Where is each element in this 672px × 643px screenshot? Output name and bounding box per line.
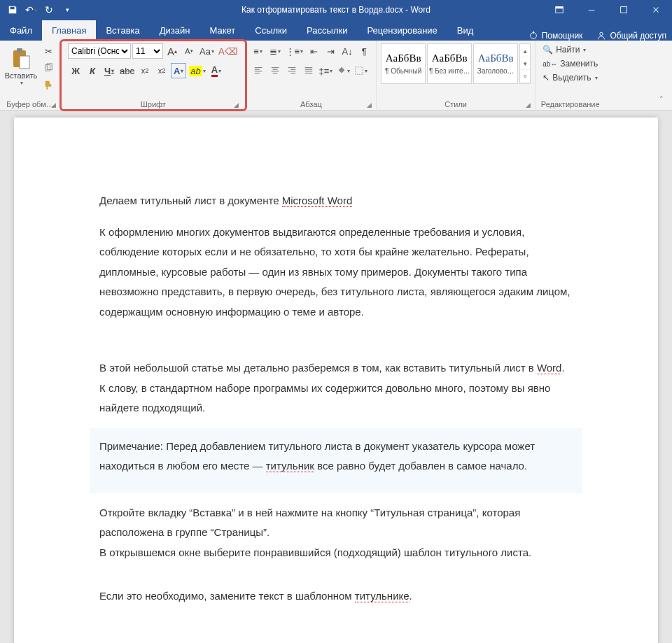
tab-home[interactable]: Главная	[42, 20, 96, 41]
svg-point-6	[600, 32, 603, 35]
grow-font-icon[interactable]: A▴	[164, 43, 180, 59]
replace-button[interactable]: ab↔Заменить	[540, 57, 601, 70]
paste-label: Вставить	[5, 71, 38, 80]
tab-mailings[interactable]: Рассылки	[297, 20, 357, 41]
doc-p5: Если это необходимо, замените текст в ша…	[99, 586, 573, 607]
title-bar: ↶▾ ↻ ▾ Как отформатировать текст в Ворде…	[0, 0, 672, 20]
justify-icon[interactable]	[301, 63, 316, 78]
text-effects-icon[interactable]: A▾	[171, 63, 186, 78]
qat-customize-icon[interactable]: ▾	[59, 1, 76, 18]
increase-indent-icon[interactable]: ⇥	[323, 43, 338, 59]
subscript-button[interactable]: x2	[137, 63, 153, 78]
font-name-select[interactable]: Calibri (Осно	[68, 43, 131, 59]
font-color-icon[interactable]: A▾	[209, 63, 224, 78]
multilevel-icon[interactable]: ⋮≡▾	[284, 43, 305, 59]
group-styles: АаБбВв¶ Обычный АаБбВв¶ Без инте… АаБбВв…	[377, 41, 536, 110]
doc-p2: В этой небольшой статье мы детально разб…	[99, 358, 573, 418]
change-case-icon[interactable]: Aa▾	[198, 43, 216, 59]
align-left-icon[interactable]	[251, 63, 266, 78]
svg-point-4	[530, 33, 536, 39]
align-center-icon[interactable]	[267, 63, 283, 78]
select-button[interactable]: ↖Выделить▾	[540, 71, 601, 84]
doc-p3: Откройте вкладку “Вставка” и в ней нажми…	[99, 503, 573, 543]
superscript-button[interactable]: x2	[154, 63, 169, 78]
shrink-font-icon[interactable]: A▾	[181, 43, 197, 59]
doc-heading: Делаем титульный лист в документе Micros…	[99, 191, 573, 211]
save-icon[interactable]	[4, 1, 21, 18]
clear-format-icon[interactable]: A⌫	[217, 43, 239, 59]
clipboard-dialog-icon[interactable]: ◢	[51, 101, 56, 108]
shading-icon[interactable]: ▾	[335, 63, 351, 78]
close-icon[interactable]	[640, 1, 672, 18]
svg-rect-12	[356, 67, 363, 75]
ribbon: Вставить ▾ ✂ Буфер обм…◢ Calibri (Осно 1…	[0, 41, 672, 111]
select-icon: ↖	[542, 73, 550, 83]
align-right-icon[interactable]	[284, 63, 300, 78]
paragraph-label: Абзац	[300, 100, 322, 108]
cut-icon[interactable]: ✂	[41, 43, 56, 59]
tab-review[interactable]: Рецензирование	[357, 20, 447, 41]
highlight-icon[interactable]: ab▾	[188, 63, 206, 78]
svg-rect-3	[621, 7, 627, 13]
borders-icon[interactable]: ▾	[353, 63, 369, 78]
svg-rect-2	[589, 10, 595, 10]
group-editing: 🔍Найти▾ ab↔Заменить ↖Выделить▾ Редактиро…	[536, 41, 605, 110]
paragraph-dialog-icon[interactable]: ◢	[367, 101, 372, 108]
minimize-icon[interactable]	[575, 1, 608, 18]
italic-button[interactable]: К	[85, 63, 100, 78]
font-size-select[interactable]: 11	[132, 43, 163, 59]
bullets-icon[interactable]: ≡▾	[251, 43, 266, 59]
sort-icon[interactable]: A↓	[340, 43, 355, 59]
style-nospacing[interactable]: АаБбВв¶ Без инте…	[427, 43, 472, 84]
svg-rect-5	[533, 31, 534, 34]
group-clipboard: Вставить ▾ ✂ Буфер обм…◢	[0, 41, 61, 110]
doc-p1: К оформлению многих документов выдвигают…	[99, 222, 573, 323]
collapse-ribbon-icon[interactable]: ˄	[654, 92, 669, 107]
tab-design[interactable]: Дизайн	[150, 20, 200, 41]
tab-file[interactable]: Файл	[0, 20, 42, 41]
quick-access-toolbar: ↶▾ ↻ ▾	[0, 1, 80, 18]
tab-layout[interactable]: Макет	[200, 20, 245, 41]
doc-p4: В открывшемся окне выберите понравившийс…	[99, 543, 573, 563]
svg-rect-9	[20, 56, 29, 69]
style-heading[interactable]: АаБбВвЗаголово…	[473, 43, 518, 84]
styles-more[interactable]: ▴▾▿	[519, 43, 531, 84]
share-button[interactable]: Общий доступ	[596, 31, 666, 41]
find-button[interactable]: 🔍Найти▾	[540, 43, 601, 56]
clipboard-label: Буфер обм…	[6, 100, 53, 108]
undo-icon[interactable]: ↶▾	[22, 1, 39, 18]
styles-dialog-icon[interactable]: ◢	[526, 101, 531, 108]
tab-references[interactable]: Ссылки	[245, 20, 297, 41]
editing-label: Редактирование	[541, 100, 600, 108]
copy-icon[interactable]	[41, 60, 56, 76]
paste-button[interactable]: Вставить ▾	[4, 43, 38, 90]
font-dialog-icon[interactable]: ◢	[234, 101, 239, 108]
show-marks-icon[interactable]: ¶	[356, 43, 372, 59]
redo-icon[interactable]: ↻	[41, 1, 57, 18]
styles-label: Стили	[444, 100, 467, 108]
find-icon: 🔍	[542, 45, 553, 55]
font-label: Шрифт	[141, 100, 166, 108]
ribbon-display-icon[interactable]	[543, 1, 575, 18]
maximize-icon[interactable]	[608, 1, 640, 18]
tell-me[interactable]: Помощник	[528, 31, 583, 41]
style-normal[interactable]: АаБбВв¶ Обычный	[381, 43, 426, 84]
svg-rect-1	[556, 7, 564, 9]
window-controls	[543, 1, 672, 18]
tab-insert[interactable]: Вставка	[96, 20, 149, 41]
strike-button[interactable]: abc	[118, 63, 136, 78]
underline-button[interactable]: Ч▾	[102, 63, 117, 78]
svg-rect-8	[17, 48, 22, 52]
tab-view[interactable]: Вид	[447, 20, 484, 41]
decrease-indent-icon[interactable]: ⇤	[306, 43, 321, 59]
bold-button[interactable]: Ж	[68, 63, 83, 78]
numbering-icon[interactable]: ≣▾	[267, 43, 283, 59]
document-area: Делаем титульный лист в документе Micros…	[0, 111, 672, 643]
line-spacing-icon[interactable]: ‡≡▾	[318, 63, 335, 78]
document-page[interactable]: Делаем титульный лист в документе Micros…	[14, 118, 658, 643]
share-label: Общий доступ	[610, 31, 666, 41]
replace-icon: ab↔	[542, 60, 557, 68]
group-paragraph: ≡▾ ≣▾ ⋮≡▾ ⇤ ⇥ A↓ ¶ ‡≡▾ ▾ ▾ Абзац◢	[246, 41, 377, 110]
doc-note: Примечание: Перед добавлением титульного…	[90, 428, 582, 493]
format-painter-icon[interactable]	[41, 77, 56, 92]
